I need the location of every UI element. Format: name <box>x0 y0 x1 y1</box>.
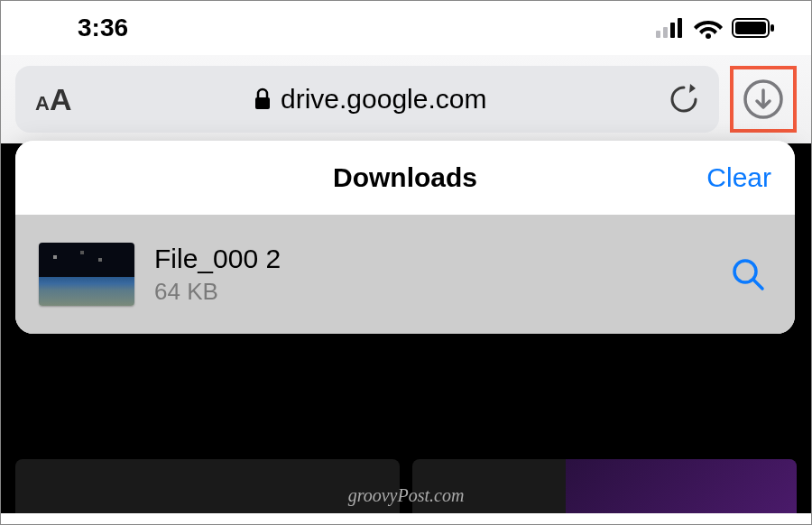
tile[interactable] <box>412 459 797 513</box>
status-icons <box>656 17 775 39</box>
downloads-button-highlight <box>730 66 797 133</box>
url-text: drive.google.com <box>281 84 486 115</box>
downloads-popover: Downloads Clear File_000 2 64 KB <box>15 141 795 334</box>
url-display[interactable]: drive.google.com <box>71 84 669 115</box>
download-file-size: 64 KB <box>154 278 710 306</box>
svg-line-12 <box>753 280 762 289</box>
svg-rect-8 <box>255 97 270 109</box>
lock-icon <box>254 88 272 111</box>
download-file-name: File_000 2 <box>154 244 710 274</box>
popover-title: Downloads <box>333 162 477 193</box>
clear-button[interactable]: Clear <box>706 162 771 193</box>
downloads-button[interactable] <box>735 71 791 127</box>
popover-header: Downloads Clear <box>15 141 795 215</box>
svg-point-4 <box>706 33 711 39</box>
svg-rect-1 <box>663 27 668 38</box>
svg-rect-2 <box>670 23 675 38</box>
svg-rect-0 <box>656 31 660 38</box>
download-thumbnail <box>39 243 134 306</box>
browser-toolbar: AA drive.google.com <box>1 55 811 143</box>
download-info: File_000 2 64 KB <box>154 244 710 306</box>
svg-rect-3 <box>678 18 682 38</box>
text-size-button[interactable]: AA <box>35 82 71 117</box>
cellular-signal-icon <box>656 18 685 38</box>
status-time: 3:36 <box>78 14 128 42</box>
svg-rect-6 <box>735 22 766 34</box>
locate-file-button[interactable] <box>730 256 771 292</box>
wifi-icon <box>694 17 723 39</box>
tile[interactable] <box>15 459 400 513</box>
address-bar[interactable]: AA drive.google.com <box>15 66 719 133</box>
download-item[interactable]: File_000 2 64 KB <box>15 215 795 334</box>
svg-rect-7 <box>770 24 774 32</box>
battery-icon <box>732 18 775 38</box>
status-bar: 3:36 <box>1 1 811 55</box>
reload-button[interactable] <box>669 82 699 116</box>
watermark: groovyPost.com <box>348 485 465 506</box>
page-content: Downloads Clear File_000 2 64 KB groovyP… <box>1 143 811 513</box>
